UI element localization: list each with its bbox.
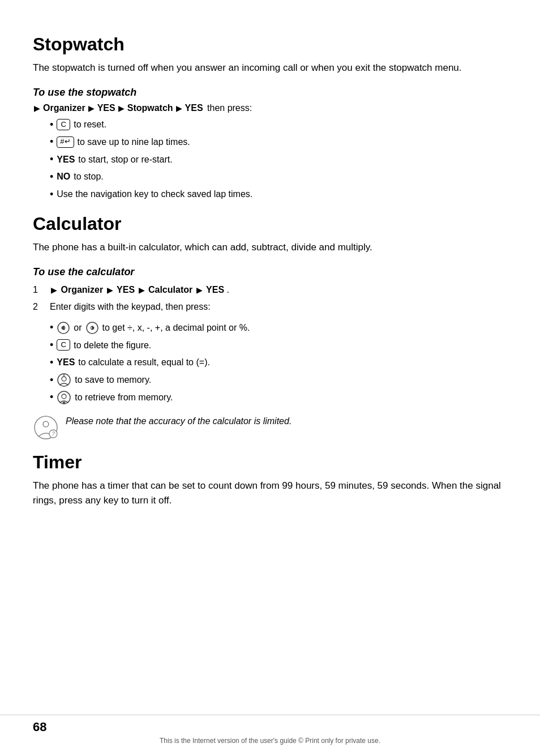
note-icon: ? bbox=[33, 415, 59, 441]
svg-point-8 bbox=[62, 377, 66, 381]
svg-text:?: ? bbox=[52, 431, 55, 437]
hash-key-icon: #↵ bbox=[57, 136, 74, 148]
nav-arrow-icon: ▶ bbox=[107, 285, 113, 294]
calculator-step-1: 1 ▶ Organizer ▶ YES ▶ Calculator ▶ YES . bbox=[33, 283, 507, 297]
calc-bullet-save: to save to memory. bbox=[50, 372, 507, 388]
stopwatch-label: Stopwatch bbox=[127, 103, 173, 113]
save-memory-icon bbox=[57, 373, 71, 387]
calc-retrieve-text: to retrieve from memory. bbox=[75, 390, 173, 405]
stopwatch-lap-text: to save up to nine lap times. bbox=[78, 135, 190, 150]
calc-joystick-text: to get ÷, x, -, +, a decimal point or %. bbox=[102, 321, 250, 335]
stopwatch-reset-text: to reset. bbox=[74, 117, 106, 132]
c-key-icon: C bbox=[57, 119, 70, 130]
c-key-icon-calc: C bbox=[57, 339, 70, 351]
calculator-steps: 1 ▶ Organizer ▶ YES ▶ Calculator ▶ YES .… bbox=[33, 283, 507, 314]
yes-bullet-label: YES bbox=[57, 152, 75, 167]
stopwatch-yes-text: to start, stop or re-start. bbox=[78, 152, 172, 167]
yes-label-2: YES bbox=[185, 103, 203, 113]
organizer-label-calc: Organizer bbox=[61, 285, 105, 294]
step-1-period: . bbox=[227, 285, 229, 294]
calculator-bullets: or to get ÷, x, -, +, a decimal point or… bbox=[50, 319, 507, 405]
step-2-text: Enter digits with the keypad, then press… bbox=[50, 300, 211, 314]
calculator-note: ? Please note that the accuracy of the c… bbox=[33, 415, 507, 441]
joystick-icons bbox=[57, 321, 70, 335]
calculator-title: Calculator bbox=[33, 213, 507, 234]
yes-calc-label: YES bbox=[57, 355, 75, 370]
calc-yes-text: to calculate a result, equal to (=). bbox=[78, 355, 210, 370]
step-1-number: 1 bbox=[33, 283, 44, 297]
stopwatch-description: The stopwatch is turned off when you ans… bbox=[33, 61, 507, 75]
calculator-step-2: 2 Enter digits with the keypad, then pre… bbox=[33, 300, 507, 314]
stopwatch-bullet-lap: #↵ to save up to nine lap times. bbox=[50, 134, 507, 150]
then-press-label: then press: bbox=[205, 103, 252, 113]
stopwatch-no-text: to stop. bbox=[74, 169, 103, 184]
joystick-right-icon bbox=[85, 321, 99, 335]
yes-label-calc: YES bbox=[117, 285, 137, 294]
stopwatch-bullets: C to reset. #↵ to save up to nine lap ti… bbox=[50, 117, 507, 203]
svg-point-11 bbox=[62, 394, 66, 399]
calc-bullet-joystick: or to get ÷, x, -, +, a decimal point or… bbox=[50, 319, 507, 336]
no-bullet-label: NO bbox=[57, 169, 70, 184]
organizer-label: Organizer bbox=[43, 103, 85, 113]
nav-arrow-icon: ▶ bbox=[51, 285, 57, 294]
stopwatch-nav-text: Use the navigation key to check saved la… bbox=[57, 187, 252, 202]
step-2-number: 2 bbox=[33, 300, 44, 314]
calc-bullet-delete: C to delete the figure. bbox=[50, 337, 507, 353]
retrieve-memory-icon bbox=[57, 390, 71, 405]
calc-bullet-retrieve: to retrieve from memory. bbox=[50, 389, 507, 405]
stopwatch-bullet-yes: YES to start, stop or re-start. bbox=[50, 151, 507, 168]
stopwatch-title: Stopwatch bbox=[33, 34, 507, 55]
nav-arrow-icon: ▶ bbox=[88, 104, 95, 113]
timer-description: The phone has a timer that can be set to… bbox=[33, 479, 507, 507]
nav-arrow-icon: ▶ bbox=[139, 285, 145, 294]
calc-delete-text: to delete the figure. bbox=[74, 338, 151, 353]
stopwatch-bullet-reset: C to reset. bbox=[50, 117, 507, 133]
stopwatch-bullet-nav: Use the navigation key to check saved la… bbox=[50, 186, 507, 203]
calc-save-text: to save to memory. bbox=[75, 373, 151, 387]
page-footer: 68 This is the Internet version of the u… bbox=[0, 715, 540, 745]
calculator-subsection-title: To use the calculator bbox=[33, 266, 507, 278]
yes-label-calc-2: YES bbox=[206, 285, 224, 294]
stopwatch-subsection-title: To use the stopwatch bbox=[33, 87, 507, 99]
nav-arrow-icon: ▶ bbox=[176, 104, 182, 113]
yes-label: YES bbox=[97, 103, 115, 113]
or-label: or bbox=[74, 321, 82, 335]
footer-text: This is the Internet version of the user… bbox=[0, 737, 540, 745]
calc-bullet-yes: YES to calculate a result, equal to (=). bbox=[50, 354, 507, 371]
page-number: 68 bbox=[0, 720, 540, 734]
timer-title: Timer bbox=[33, 452, 507, 473]
joystick-icons-2 bbox=[85, 321, 99, 335]
nav-arrow-icon: ▶ bbox=[34, 104, 40, 113]
stopwatch-bullet-no: NO to stop. bbox=[50, 169, 507, 185]
calculator-label: Calculator bbox=[148, 285, 195, 294]
note-text: Please note that the accuracy of the cal… bbox=[66, 415, 292, 428]
stopwatch-nav-line: ▶ Organizer ▶ YES ▶ Stopwatch ▶ YES then… bbox=[33, 103, 507, 113]
step-1-content: ▶ Organizer ▶ YES ▶ Calculator ▶ YES . bbox=[50, 283, 229, 297]
calculator-description: The phone has a built-in calculator, whi… bbox=[33, 240, 507, 255]
nav-arrow-icon: ▶ bbox=[196, 285, 203, 294]
joystick-left-icon bbox=[57, 321, 70, 335]
svg-point-15 bbox=[43, 421, 49, 427]
nav-arrow-icon: ▶ bbox=[118, 104, 125, 113]
